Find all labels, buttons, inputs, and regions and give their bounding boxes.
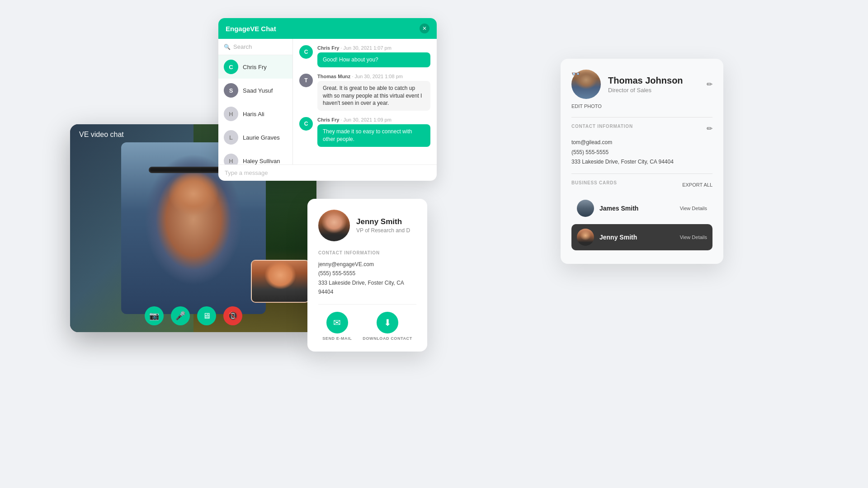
edit-contact-icon[interactable]: ✏ bbox=[707, 124, 712, 133]
jenny-view-details[interactable]: View Details bbox=[680, 235, 707, 240]
message-3: C Chris Fry · Jun 30, 2021 1:09 pm They … bbox=[299, 117, 430, 147]
chat-input-placeholder: Type a message bbox=[225, 169, 268, 176]
chat-contact-haley-sullivan[interactable]: H Haley Sullivan bbox=[218, 149, 292, 164]
end-call-button[interactable]: 📵 bbox=[223, 306, 242, 325]
biz-card-jenny[interactable]: Jenny Smith View Details bbox=[571, 224, 712, 250]
chat-header: EngageVE Chat ✕ bbox=[218, 18, 437, 39]
msg-meta-3: Chris Fry · Jun 30, 2021 1:09 pm bbox=[317, 117, 430, 122]
send-email-label: SEND E-MAIL bbox=[322, 336, 352, 341]
jenny-contact-top: Jenny Smith VP of Research and D bbox=[318, 210, 416, 241]
jenny-contact-card: Jenny Smith VP of Research and D CONTACT… bbox=[307, 199, 427, 352]
thomas-divider-1 bbox=[571, 117, 712, 117]
email-icon: ✉ bbox=[326, 312, 348, 333]
message-1: C Chris Fry · Jun 30, 2021 1:07 pm Good!… bbox=[299, 45, 430, 67]
close-button[interactable]: ✕ bbox=[420, 23, 429, 33]
chat-body: 🔍 Search C Chris Fry S Saad Yusuf H Hari… bbox=[218, 39, 437, 164]
jenny-phone: (555) 555-5555 bbox=[318, 269, 416, 278]
james-avatar bbox=[577, 200, 594, 217]
chat-panel: EngageVE Chat ✕ 🔍 Search C Chris Fry S S… bbox=[218, 18, 437, 181]
thomas-avatar-img bbox=[571, 70, 601, 99]
msg-bubble-1: Good! How about you? bbox=[317, 52, 430, 67]
thomas-name: Thomas Johnson bbox=[608, 75, 699, 86]
edit-profile-icon[interactable]: ✏ bbox=[707, 80, 712, 89]
video-chat-title: VE video chat bbox=[79, 131, 124, 139]
jenny-contact-info: jenny@engageVE.com (555) 555-5555 333 La… bbox=[318, 260, 416, 297]
search-icon: 🔍 bbox=[224, 44, 231, 50]
jenny-address: 333 Lakeside Drive, Foster City, CA 9440… bbox=[318, 278, 416, 297]
thomas-panel-scroll: Thomas Johnson Director of Sales ✏ EDIT … bbox=[571, 70, 712, 253]
screen-button[interactable]: 🖥 bbox=[197, 306, 216, 325]
chat-title: EngageVE Chat bbox=[226, 25, 276, 33]
video-thumb-face bbox=[252, 261, 309, 302]
contact-name-haris-ali: Haris Ali bbox=[243, 111, 264, 117]
jenny-name-area: Jenny Smith VP of Research and D bbox=[356, 217, 410, 234]
business-cards-header: BUSINESS CARDS EXPORT ALL bbox=[571, 180, 712, 190]
search-placeholder: Search bbox=[233, 43, 252, 50]
thomas-contact-label: CONTACT INFORMATION bbox=[571, 124, 633, 129]
chat-messages: C Chris Fry · Jun 30, 2021 1:07 pm Good!… bbox=[293, 39, 437, 164]
thomas-divider-2 bbox=[571, 174, 712, 174]
msg-bubble-2: Great. It is great to be able to catch u… bbox=[317, 81, 430, 111]
james-avatar-img bbox=[577, 200, 594, 217]
camera-button[interactable]: 📷 bbox=[145, 306, 164, 325]
video-controls: 📷 🎤 🖥 📵 bbox=[70, 306, 316, 325]
avatar-saad-yusuf: S bbox=[224, 83, 238, 98]
thomas-panel: Thomas Johnson Director of Sales ✏ EDIT … bbox=[561, 59, 723, 264]
jenny-divider bbox=[318, 304, 416, 305]
download-contact-button[interactable]: ⬇ DOWNLOAD CONTACT bbox=[363, 312, 412, 341]
thomas-role: Director of Sales bbox=[608, 87, 699, 94]
jenny-avatar-img bbox=[318, 210, 350, 241]
thomas-address: 333 Lakeside Drive, Foster City, CA 9440… bbox=[571, 157, 712, 167]
edit-photo-link[interactable]: EDIT PHOTO bbox=[571, 103, 712, 109]
biz-card-james[interactable]: James Smith View Details bbox=[571, 195, 712, 221]
contact-name-saad-yusuf: Saad Yusuf bbox=[243, 87, 273, 94]
james-view-details[interactable]: View Details bbox=[680, 206, 707, 211]
msg-avatar-thomas: T bbox=[299, 74, 313, 87]
video-thumbnail bbox=[251, 260, 310, 303]
contact-name-chris-fry: Chris Fry bbox=[243, 64, 267, 70]
thomas-contact-info: tom@gilead.com (555) 555-5555 333 Lakesi… bbox=[571, 138, 712, 167]
msg-meta-1: Chris Fry · Jun 30, 2021 1:07 pm bbox=[317, 45, 430, 51]
msg-content-2: Thomas Munz · Jun 30, 2021 1:08 pm Great… bbox=[317, 74, 430, 111]
jenny-name: Jenny Smith bbox=[356, 217, 410, 226]
chat-contact-saad-yusuf[interactable]: S Saad Yusuf bbox=[218, 79, 292, 102]
mic-button[interactable]: 🎤 bbox=[171, 306, 190, 325]
jenny-biz-avatar bbox=[577, 229, 594, 246]
thomas-avatar bbox=[571, 70, 601, 99]
contact-name-laurie-graves: Laurie Graves bbox=[243, 134, 280, 141]
avatar-haley-sullivan: H bbox=[224, 154, 238, 164]
msg-content-3: Chris Fry · Jun 30, 2021 1:09 pm They ma… bbox=[317, 117, 430, 147]
message-2: T Thomas Munz · Jun 30, 2021 1:08 pm Gre… bbox=[299, 74, 430, 111]
chat-contact-haris-ali[interactable]: H Haris Ali bbox=[218, 102, 292, 126]
jenny-title: VP of Research and D bbox=[356, 227, 410, 234]
msg-content-1: Chris Fry · Jun 30, 2021 1:07 pm Good! H… bbox=[317, 45, 430, 67]
msg-bubble-3: They made it so easy to connect with oth… bbox=[317, 124, 430, 147]
jenny-biz-name: Jenny Smith bbox=[599, 234, 675, 241]
chat-sidebar: 🔍 Search C Chris Fry S Saad Yusuf H Hari… bbox=[218, 39, 293, 164]
jenny-biz-avatar-img bbox=[577, 229, 594, 246]
avatar-chris-fry: C bbox=[224, 60, 238, 74]
jenny-email: jenny@engageVE.com bbox=[318, 260, 416, 269]
download-label: DOWNLOAD CONTACT bbox=[363, 336, 412, 341]
thomas-contact-header: CONTACT INFORMATION ✏ bbox=[571, 124, 712, 133]
msg-avatar-chris-1: C bbox=[299, 45, 313, 59]
jenny-actions: ✉ SEND E-MAIL ⬇ DOWNLOAD CONTACT bbox=[318, 312, 416, 341]
jenny-avatar bbox=[318, 210, 350, 241]
chat-input-area[interactable]: Type a message bbox=[218, 164, 437, 181]
export-all-link[interactable]: EXPORT ALL bbox=[682, 182, 712, 188]
james-name: James Smith bbox=[599, 205, 675, 212]
msg-avatar-chris-2: C bbox=[299, 117, 313, 131]
chat-contact-chris-fry[interactable]: C Chris Fry bbox=[218, 55, 292, 79]
contact-name-haley-sullivan: Haley Sullivan bbox=[243, 158, 280, 164]
thomas-phone: (555) 555-5555 bbox=[571, 148, 712, 158]
chat-contact-laurie-graves[interactable]: L Laurie Graves bbox=[218, 126, 292, 149]
avatar-haris-ali: H bbox=[224, 107, 238, 121]
send-email-button[interactable]: ✉ SEND E-MAIL bbox=[322, 312, 352, 341]
download-icon: ⬇ bbox=[377, 312, 398, 333]
thomas-header: Thomas Johnson Director of Sales ✏ bbox=[571, 70, 712, 99]
search-bar[interactable]: 🔍 Search bbox=[218, 39, 292, 55]
business-cards-label: BUSINESS CARDS bbox=[571, 180, 617, 185]
avatar-laurie-graves: L bbox=[224, 130, 238, 145]
thomas-email: tom@gilead.com bbox=[571, 138, 712, 148]
thomas-name-area: Thomas Johnson Director of Sales bbox=[608, 75, 699, 94]
